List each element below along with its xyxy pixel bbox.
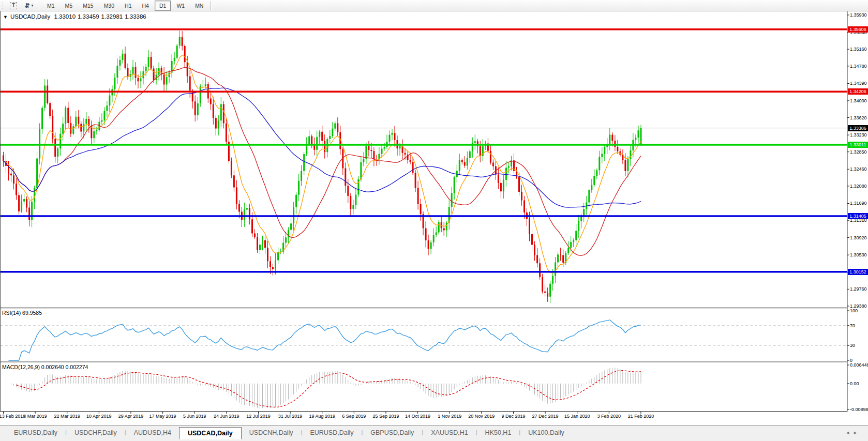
chart-title: ▼USDCAD,Daily 1.330101.334591.329811.333… [3, 13, 148, 20]
price-axis-label: 1.34000 [850, 98, 867, 103]
tab-xauusd-h1[interactable]: XAUUSD,H1 [423, 427, 476, 439]
macd-histogram [11, 368, 641, 408]
mt4-window: T ⇵ ▾ M1M5M15M30H1H4D1W1MN ▼USDCAD,Daily… [0, 0, 868, 441]
date-label: 3 Feb 2020 [597, 414, 621, 419]
price-axis-label: 1.34780 [850, 64, 867, 69]
tab-bar: EURUSD,Daily|USDCHF,Daily|AUDUSD,H4USDCA… [0, 425, 868, 441]
tab-usdchf-daily[interactable]: USDCHF,Daily [67, 427, 125, 439]
quote-close: 1.33386 [125, 13, 146, 20]
date-label: 24 Jun 2019 [214, 414, 240, 419]
level-price-label: 1.35606 [848, 26, 868, 33]
date-label: 19 Aug 2019 [309, 414, 335, 419]
level-price-label: 1.34206 [848, 88, 868, 95]
macd-axis-label: 0.00 [850, 381, 859, 386]
tab-audusd-h4[interactable]: AUDUSD,H4 [126, 427, 179, 439]
date-label: 10 Apr 2019 [86, 414, 112, 419]
price-axis-label: 1.30530 [850, 252, 867, 257]
macd-axis-label: 0.006448 [850, 362, 868, 368]
date-label: 9 Dec 2019 [501, 414, 525, 419]
tab-list: EURUSD,Daily|USDCHF,Daily|AUDUSD,H4USDCA… [6, 425, 572, 439]
quote-low: 1.32981 [101, 13, 123, 20]
date-label: 5 Jun 2019 [183, 414, 206, 419]
candle-bodies-bull [21, 37, 641, 297]
quote-open: 1.33010 [54, 13, 76, 20]
rsi-label: RSI(14) 69.9585 [2, 310, 42, 316]
tab-nav: ◄► [845, 430, 861, 435]
date-label: 17 May 2019 [149, 414, 176, 419]
rsi-line [9, 320, 641, 360]
price-axis-label: 1.29760 [850, 286, 867, 292]
chart-symbol: USDCAD,Daily [10, 13, 50, 20]
date-label: 1 Nov 2019 [438, 414, 461, 419]
rsi-axis-label: 30 [850, 343, 855, 348]
chart-canvas[interactable] [0, 0, 868, 425]
price-axis-label: 1.33620 [850, 115, 867, 120]
quote-high: 1.33459 [78, 13, 99, 20]
symbol-dropdown-icon[interactable]: ▼ [3, 14, 8, 20]
date-label: 22 Mar 2019 [54, 414, 80, 419]
tab-usdcnh-daily[interactable]: USDCNH,Daily [242, 427, 301, 439]
macd-signal-line [17, 371, 641, 407]
tab-uk100-daily[interactable]: UK100,Daily [520, 427, 572, 439]
date-label: 15 Jan 2020 [564, 414, 590, 419]
price-axis-label: 1.35930 [850, 12, 867, 18]
date-label: 27 Dec 2019 [532, 414, 559, 419]
date-label: 14 Oct 2019 [405, 414, 430, 419]
tab-hk50-h1[interactable]: HK50,H1 [477, 427, 519, 439]
level-price-label: 1.30152 [848, 269, 868, 275]
ma-line-fast [4, 55, 641, 273]
level-price-label: 1.31405 [848, 213, 868, 219]
date-label: 6 Sep 2019 [342, 414, 366, 419]
price-axis-label: 1.30920 [850, 235, 867, 240]
tab-usdcad-daily[interactable]: USDCAD,Daily [179, 427, 242, 439]
tab-scroll-left-icon[interactable]: ◄ [845, 430, 853, 435]
level-price-label: 1.33011 [848, 142, 868, 148]
tab-eurusd-daily[interactable]: EURUSD,Daily [6, 427, 65, 439]
date-label: 20 Nov 2019 [468, 414, 495, 419]
tab-gbpusd-daily[interactable]: GBPUSD,Daily [363, 427, 422, 439]
price-axis-label: 1.31690 [850, 201, 867, 206]
date-label: 29 Apr 2019 [118, 414, 144, 419]
date-label: 31 Jul 2019 [278, 414, 303, 419]
date-label: 12 Jul 2019 [246, 414, 271, 419]
date-label: 13 Feb 2019 [0, 414, 25, 419]
candle-bodies-bear [3, 37, 626, 297]
tab-eurusd-daily[interactable]: EURUSD,Daily [302, 427, 361, 439]
rsi-axis-label: 70 [850, 323, 855, 328]
price-axis-label: 1.32460 [850, 166, 867, 172]
macd-axis-label: -0.00898 [850, 407, 868, 412]
level-price-label: 1.33386 [848, 125, 868, 131]
price-axis-label: 1.35160 [850, 47, 867, 52]
rsi-axis-label: 100 [850, 308, 858, 313]
price-axis-label: 1.33230 [850, 132, 867, 138]
price-axis-label: 1.34390 [850, 81, 867, 86]
price-axis-label: 1.32850 [850, 149, 867, 155]
date-label: 25 Sep 2019 [372, 414, 399, 419]
macd-label: MACD(12,26,9) 0.002640 0.002274 [2, 364, 88, 370]
price-axis-label: 1.32080 [850, 184, 867, 189]
ma-line-medium [4, 67, 641, 255]
candle-wicks-bull [22, 31, 641, 303]
tab-scroll-right-icon[interactable]: ► [853, 430, 861, 435]
date-label: 4 Mar 2019 [23, 414, 47, 419]
date-label: 21 Feb 2020 [628, 414, 654, 419]
